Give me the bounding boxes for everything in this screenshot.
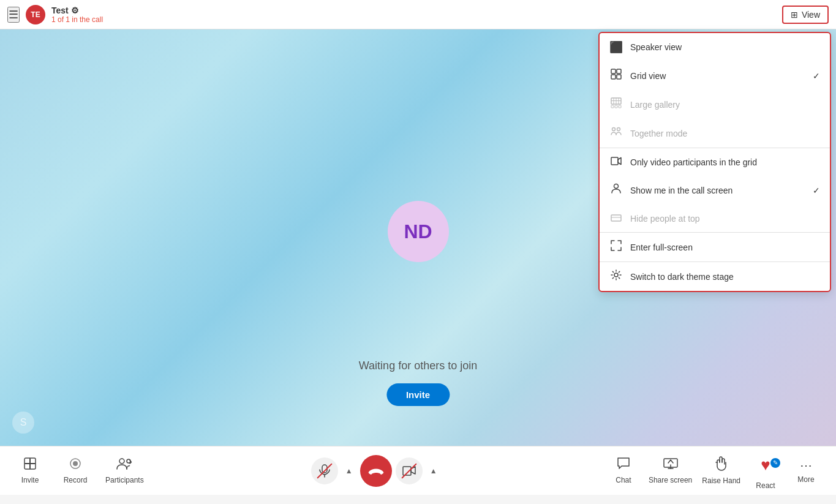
view-button[interactable]: ⊞ View (782, 6, 829, 24)
svg-rect-11 (619, 105, 621, 108)
record-button[interactable]: Record (60, 457, 91, 484)
menu-item-speaker-view[interactable]: ⬛ Speaker view (600, 33, 830, 61)
menu-item-dark-theme[interactable]: Switch to dark theme stage (600, 262, 830, 291)
cam-toggle-button[interactable] (396, 457, 423, 484)
grid-view-icon (609, 69, 623, 83)
chat-icon (617, 457, 630, 473)
svg-rect-16 (611, 215, 621, 221)
header-right: ⊞ View (782, 6, 829, 24)
svg-point-15 (614, 184, 619, 189)
share-screen-label: Share screen (649, 476, 692, 484)
svg-rect-9 (611, 105, 614, 108)
svg-rect-2 (611, 75, 616, 79)
dark-theme-label: Switch to dark theme stage (630, 272, 734, 282)
together-mode-label: Together mode (630, 129, 687, 138)
svg-point-13 (617, 128, 620, 131)
invite-toolbar-label: Invite (21, 476, 39, 484)
svg-rect-0 (611, 69, 616, 73)
svg-line-25 (619, 271, 619, 272)
large-gallery-icon (609, 97, 623, 111)
fullscreen-label: Enter full-screen (630, 243, 693, 252)
menu-section-options: Only video participants in the grid Show… (600, 148, 830, 233)
meeting-name: Test ⚙ (51, 6, 103, 15)
call-count: 1 of 1 in the call (51, 15, 103, 24)
menu-section-theme: Switch to dark theme stage (600, 262, 830, 291)
view-dropdown-menu: ⬛ Speaker view Grid view (598, 32, 831, 292)
toolbar-center: ▲ ▲ (311, 455, 441, 487)
svg-rect-32 (322, 465, 327, 473)
menu-item-hide-people[interactable]: Hide people at top (600, 205, 830, 232)
menu-item-fullscreen[interactable]: Enter full-screen (600, 233, 830, 261)
svg-point-30 (119, 459, 124, 464)
header-title: Test ⚙ 1 of 1 in the call (51, 6, 103, 24)
together-mode-icon (609, 126, 623, 140)
speaker-view-icon: ⬛ (609, 40, 623, 54)
participants-button[interactable]: Participants (105, 457, 144, 484)
fullscreen-icon (609, 240, 623, 254)
avatar: TE (26, 5, 45, 24)
invite-toolbar-icon (23, 457, 37, 473)
mic-toggle-button[interactable] (311, 457, 338, 484)
raise-hand-icon (715, 456, 728, 474)
svg-rect-34 (403, 467, 411, 475)
grid-view-label: Grid view (630, 71, 666, 81)
grid-view-check: ✓ (813, 71, 820, 81)
settings-icon[interactable]: ⚙ (71, 6, 79, 15)
menu-item-only-video[interactable]: Only video participants in the grid (600, 148, 830, 176)
end-call-button[interactable] (360, 455, 392, 487)
speaker-view-label: Speaker view (630, 42, 682, 52)
record-icon (69, 457, 82, 473)
record-label: Record (64, 476, 88, 484)
show-me-check: ✓ (813, 186, 820, 195)
svg-line-24 (619, 277, 619, 278)
svg-line-26 (612, 277, 613, 278)
large-gallery-label: Large gallery (630, 100, 680, 110)
only-video-icon (609, 156, 623, 168)
invite-toolbar-button[interactable]: Invite (15, 457, 45, 484)
skype-logo: S (12, 412, 34, 434)
toolbar-right: Chat Share screen (608, 452, 821, 490)
svg-line-23 (612, 271, 613, 272)
share-screen-button[interactable]: Share screen (649, 457, 692, 484)
hide-people-label: Hide people at top (630, 214, 700, 224)
more-label: More (797, 475, 814, 484)
menu-item-together-mode[interactable]: Together mode (600, 119, 830, 148)
svg-rect-14 (611, 157, 618, 165)
dark-theme-icon (609, 269, 623, 284)
svg-rect-10 (615, 105, 617, 108)
chat-label: Chat (616, 476, 631, 484)
toolbar: Invite Record Participants (0, 446, 836, 495)
menu-item-show-me[interactable]: Show me in the call screen ✓ (600, 176, 830, 205)
cam-options-chevron[interactable]: ▲ (426, 464, 441, 478)
raise-hand-button[interactable]: Raise Hand (702, 456, 740, 485)
waiting-text: Waiting for others to join (359, 359, 477, 372)
svg-rect-3 (617, 75, 621, 79)
chat-button[interactable]: Chat (608, 457, 639, 484)
more-icon: ⋯ (800, 458, 812, 473)
view-icon: ⊞ (791, 10, 798, 20)
react-edit-dot: ✎ (770, 458, 780, 468)
menu-section-fullscreen: Enter full-screen (600, 233, 830, 262)
hamburger-menu-button[interactable]: ☰ (7, 7, 20, 23)
menu-item-grid-view[interactable]: Grid view ✓ (600, 61, 830, 90)
toolbar-left: Invite Record Participants (15, 457, 144, 484)
participant-avatar: ND (388, 201, 449, 262)
mic-options-chevron[interactable]: ▲ (342, 464, 356, 478)
show-me-icon (609, 183, 623, 197)
more-button[interactable]: ⋯ More (791, 458, 821, 484)
menu-item-large-gallery[interactable]: Large gallery (600, 90, 830, 119)
react-label: React (756, 481, 775, 490)
svg-point-12 (612, 128, 616, 131)
svg-rect-1 (617, 69, 621, 73)
hide-people-icon (609, 212, 623, 225)
cam-controls (396, 457, 423, 484)
react-button[interactable]: ♥ ✎ React (750, 452, 781, 490)
svg-point-18 (614, 273, 618, 277)
participants-label: Participants (105, 476, 144, 484)
mic-controls (311, 457, 338, 484)
only-video-label: Only video participants in the grid (630, 157, 757, 167)
header: ☰ TE Test ⚙ 1 of 1 in the call ⊞ View ⬛ (0, 0, 836, 29)
participants-icon (116, 457, 132, 473)
invite-button[interactable]: Invite (386, 383, 450, 406)
header-left: ☰ TE Test ⚙ 1 of 1 in the call (7, 5, 103, 24)
